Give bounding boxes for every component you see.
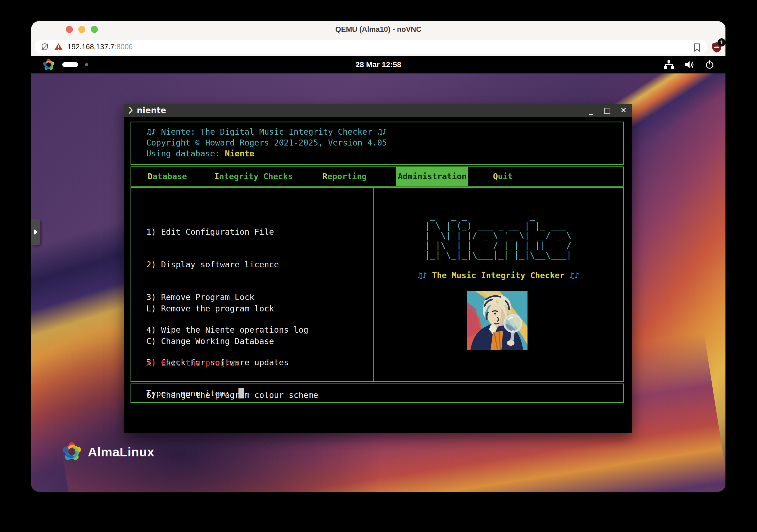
terminal-window[interactable]: niente _ □ ✕ ♫♪ Niente: The Digital Musi… — [124, 104, 632, 433]
url-text[interactable]: 192.168.137.7:8006 — [68, 43, 133, 51]
copyright-line: Copyright © Howard Rogers 2021-2025, Ver… — [146, 138, 387, 147]
network-icon[interactable] — [663, 60, 674, 70]
close-button[interactable]: ✕ — [619, 105, 628, 115]
address-bar[interactable]: 192.168.137.7:8006 — [35, 40, 707, 54]
app-header-box: ♫♪ Niente: The Digital Music Integrity C… — [131, 122, 624, 165]
almalinux-brand-text: AlmaLinux — [88, 444, 154, 459]
volume-icon[interactable] — [684, 60, 695, 70]
menu-item-quit[interactable]: Quit — [493, 167, 513, 186]
url-host: 192.168.137.7 — [68, 43, 114, 51]
bookmark-icon[interactable] — [693, 43, 700, 52]
beethoven-image — [467, 291, 528, 350]
adblock-extension-icon[interactable]: 1 — [711, 41, 723, 53]
url-port: :8006 — [114, 43, 133, 51]
menu-item-reporting[interactable]: Reporting — [322, 167, 367, 186]
browser-titlebar: QEMU (Alma10) - noVNC — [31, 21, 725, 38]
menu-option-2[interactable]: 2) Display software licence — [146, 259, 318, 270]
gnome-top-bar: 28 Mar 12:58 — [31, 56, 725, 74]
music-note-icon: ♫♪ — [564, 271, 579, 280]
vnc-screen[interactable]: 28 Mar 12:58 — [31, 56, 725, 492]
prompt-chevron-icon — [128, 106, 134, 114]
browser-toolbar: 192.168.137.7:8006 1 — [31, 38, 725, 56]
clock[interactable]: 28 Mar 12:58 — [31, 56, 725, 74]
menu-option-exit[interactable]: X) Exit the program — [146, 358, 240, 368]
app-title-line: ♫♪ Niente: The Digital Music Integrity C… — [146, 127, 387, 137]
shield-slash-icon[interactable] — [41, 43, 49, 51]
menu-item-administration[interactable]: Administration — [396, 167, 468, 186]
extension-badge: 1 — [717, 38, 725, 47]
novnc-handle[interactable] — [31, 219, 40, 245]
database-name: Niente — [225, 149, 254, 158]
tagline: ♫♪ The Music Integrity Checker ♫♪ — [374, 271, 623, 280]
text-cursor[interactable] — [238, 388, 244, 398]
prompt-label: Type a menu item: — [146, 389, 230, 398]
right-panel: _ _ _ _ | \ | (_) ___ _ __ | |_ ___ | \|… — [374, 188, 623, 381]
menu-option-C[interactable]: C) Change Working Database — [146, 336, 274, 347]
menu-option-L[interactable]: L) Remove the program lock — [146, 303, 274, 314]
menu-item-integrity-checks[interactable]: Integrity Checks — [214, 167, 293, 186]
menu-item-database[interactable]: Database — [148, 167, 187, 186]
menu-bar-box: Database Integrity Checks Reporting Admi… — [131, 167, 624, 187]
browser-window: QEMU (Alma10) - noVNC 192.168.137.7:8006 — [31, 21, 725, 492]
power-icon[interactable] — [705, 60, 714, 70]
almalinux-logo-icon — [61, 441, 82, 462]
terminal-title: niente — [137, 106, 166, 115]
prompt-box: Type a menu item: — [131, 384, 624, 403]
terminal-titlebar[interactable]: niente _ □ ✕ — [124, 104, 632, 117]
minimize-button[interactable]: _ — [586, 105, 596, 115]
database-label: Using database: — [146, 149, 225, 158]
almalinux-desktop-brand: AlmaLinux — [61, 441, 154, 462]
niente-ascii-art: _ _ _ _ | \ | (_) ___ _ __ | |_ ___ | \|… — [374, 211, 623, 260]
warning-triangle-icon[interactable] — [54, 43, 63, 51]
main-panel-box: 1) Edit Configuration File 2) Display so… — [131, 187, 624, 382]
admin-menu-letter-list: L) Remove the program lock C) Change Wor… — [146, 282, 274, 368]
browser-window-title: QEMU (Alma10) - noVNC — [31, 21, 725, 38]
expand-arrow-icon — [34, 229, 38, 235]
menu-option-1[interactable]: 1) Edit Configuration File — [146, 227, 318, 237]
maximize-button[interactable]: □ — [602, 105, 612, 115]
database-line: Using database: Niente — [146, 149, 254, 158]
terminal-content[interactable]: ♫♪ Niente: The Digital Music Integrity C… — [124, 117, 632, 433]
music-note-icon: ♫♪ — [417, 271, 432, 280]
